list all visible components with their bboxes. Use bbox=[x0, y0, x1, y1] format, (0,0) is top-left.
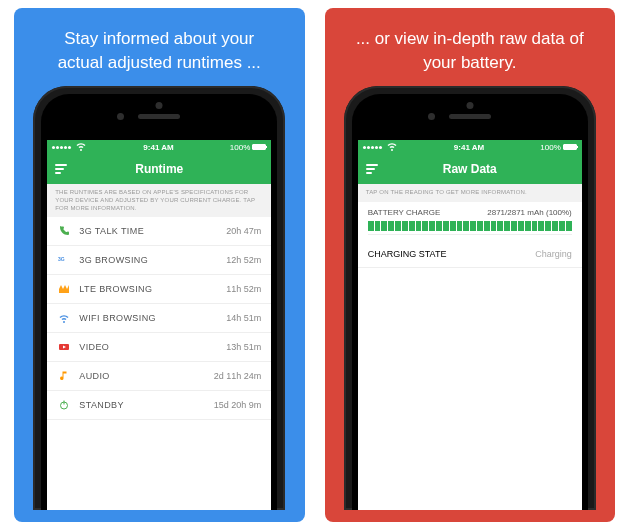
battery-bar bbox=[358, 221, 582, 241]
runtime-row[interactable]: STANDBY 15d 20h 9m bbox=[47, 391, 271, 420]
runtime-row[interactable]: 3G TALK TIME 20h 47m bbox=[47, 217, 271, 246]
3g-icon: 3G bbox=[57, 254, 71, 266]
svg-rect-3 bbox=[64, 401, 65, 405]
headline-text: Stay informed about your actual adjusted… bbox=[36, 22, 283, 86]
screen-rawdata: 9:41 AM 100% Raw Data TAP ON THE READING… bbox=[358, 140, 582, 510]
signal-strength-icon bbox=[52, 146, 71, 149]
row-label: AUDIO bbox=[79, 371, 205, 381]
row-value: 15d 20h 9m bbox=[214, 400, 262, 410]
info-hint[interactable]: TAP ON THE READING TO GET MORE INFORMATI… bbox=[358, 184, 582, 202]
nav-title: Raw Data bbox=[443, 162, 497, 176]
info-hint[interactable]: THE RUNTIMES ARE BASED ON APPLE'S SPECIF… bbox=[47, 184, 271, 217]
row-value: Charging bbox=[535, 249, 572, 259]
nav-title: Runtime bbox=[135, 162, 183, 176]
status-battery: 100% bbox=[540, 143, 576, 152]
row-value: 20h 47m bbox=[226, 226, 261, 236]
status-time: 9:41 AM bbox=[91, 143, 226, 152]
headline-text: ... or view in-depth raw data of your ba… bbox=[347, 22, 594, 86]
menu-icon[interactable] bbox=[55, 164, 67, 174]
battery-pct: 100% bbox=[540, 143, 560, 152]
screen-runtime: 9:41 AM 100% Runtime THE RUNTIMES ARE BA… bbox=[47, 140, 271, 510]
phone-mockup: 9:41 AM 100% Raw Data TAP ON THE READING… bbox=[344, 86, 596, 510]
status-bar: 9:41 AM 100% bbox=[47, 140, 271, 154]
wifi-icon bbox=[386, 140, 398, 154]
runtime-row[interactable]: 3G 3G BROWSING 12h 52m bbox=[47, 246, 271, 275]
row-value: 12h 52m bbox=[226, 255, 261, 265]
battery-pct: 100% bbox=[230, 143, 250, 152]
battery-icon bbox=[563, 144, 577, 150]
row-label: STANDBY bbox=[79, 400, 205, 410]
wifi-icon bbox=[75, 140, 87, 154]
status-time: 9:41 AM bbox=[402, 143, 537, 152]
nav-bar: Runtime bbox=[47, 154, 271, 184]
battery-icon bbox=[252, 144, 266, 150]
menu-icon[interactable] bbox=[366, 164, 378, 174]
row-label: 3G TALK TIME bbox=[79, 226, 218, 236]
lte-icon bbox=[57, 283, 71, 295]
runtime-row[interactable]: VIDEO 13h 51m bbox=[47, 333, 271, 362]
charging-state-row[interactable]: CHARGING STATE Charging bbox=[358, 241, 582, 268]
row-label: BATTERY CHARGE bbox=[368, 208, 440, 217]
signal-strength-icon bbox=[363, 146, 382, 149]
row-label: CHARGING STATE bbox=[368, 249, 447, 259]
video-icon bbox=[57, 341, 71, 353]
phone-icon bbox=[57, 225, 71, 237]
row-value: 2871/2871 mAh (100%) bbox=[487, 208, 572, 217]
phone-mockup: 9:41 AM 100% Runtime THE RUNTIMES ARE BA… bbox=[33, 86, 285, 510]
standby-icon bbox=[57, 399, 71, 411]
nav-bar: Raw Data bbox=[358, 154, 582, 184]
runtime-row[interactable]: LTE BROWSING 11h 52m bbox=[47, 275, 271, 304]
row-label: WIFI BROWSING bbox=[79, 313, 218, 323]
runtime-row[interactable]: AUDIO 2d 11h 24m bbox=[47, 362, 271, 391]
promo-panel-rawdata: ... or view in-depth raw data of your ba… bbox=[325, 8, 616, 522]
row-value: 13h 51m bbox=[226, 342, 261, 352]
status-battery: 100% bbox=[230, 143, 266, 152]
promo-panel-runtime: Stay informed about your actual adjusted… bbox=[14, 8, 305, 522]
row-label: LTE BROWSING bbox=[79, 284, 218, 294]
status-bar: 9:41 AM 100% bbox=[358, 140, 582, 154]
battery-charge-row[interactable]: BATTERY CHARGE 2871/2871 mAh (100%) bbox=[358, 202, 582, 221]
wifi-icon bbox=[57, 312, 71, 324]
row-value: 11h 52m bbox=[226, 284, 261, 294]
row-value: 2d 11h 24m bbox=[214, 371, 262, 381]
row-label: VIDEO bbox=[79, 342, 218, 352]
runtime-row[interactable]: WIFI BROWSING 14h 51m bbox=[47, 304, 271, 333]
row-label: 3G BROWSING bbox=[79, 255, 218, 265]
row-value: 14h 51m bbox=[226, 313, 261, 323]
svg-text:3G: 3G bbox=[58, 256, 65, 262]
audio-icon bbox=[57, 370, 71, 382]
